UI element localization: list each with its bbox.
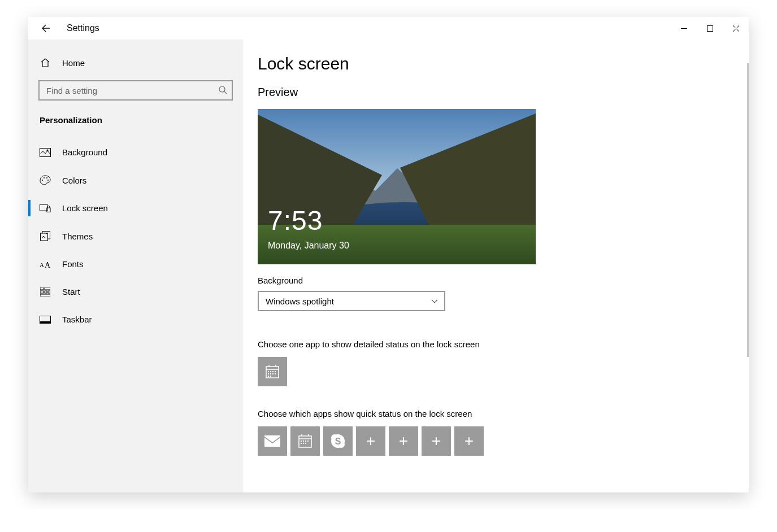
minimize-button[interactable] bbox=[671, 19, 697, 37]
svg-rect-33 bbox=[301, 441, 302, 442]
quick-status-tile-mail[interactable] bbox=[258, 426, 287, 456]
background-dropdown[interactable]: Windows spotlight bbox=[258, 291, 445, 311]
calendar-icon bbox=[298, 434, 312, 448]
close-button[interactable] bbox=[723, 19, 749, 37]
skype-icon: S bbox=[329, 433, 346, 450]
svg-point-4 bbox=[42, 180, 43, 181]
picture-icon bbox=[40, 148, 51, 157]
themes-icon bbox=[40, 231, 51, 241]
mail-icon bbox=[264, 435, 280, 447]
quick-status-tile-skype[interactable]: S bbox=[323, 426, 353, 456]
svg-rect-29 bbox=[275, 373, 276, 374]
fonts-icon: AA bbox=[40, 260, 51, 269]
svg-rect-8 bbox=[40, 204, 47, 211]
sidebar-item-label: Lock screen bbox=[62, 203, 108, 213]
svg-rect-39 bbox=[305, 443, 306, 444]
svg-rect-36 bbox=[307, 441, 309, 442]
sidebar-item-taskbar[interactable]: Taskbar bbox=[28, 306, 243, 333]
svg-rect-14 bbox=[45, 287, 50, 290]
sidebar-item-label: Taskbar bbox=[62, 315, 92, 324]
plus-icon: + bbox=[465, 432, 474, 450]
svg-rect-31 bbox=[270, 376, 271, 377]
detailed-status-app-tile[interactable] bbox=[258, 357, 287, 386]
svg-rect-38 bbox=[303, 443, 304, 444]
svg-rect-37 bbox=[301, 443, 302, 444]
window-title: Settings bbox=[67, 23, 99, 33]
sidebar-home-label: Home bbox=[62, 58, 85, 68]
svg-rect-18 bbox=[40, 294, 50, 296]
svg-rect-23 bbox=[270, 371, 271, 372]
sidebar-item-label: Fonts bbox=[62, 259, 84, 269]
svg-text:S: S bbox=[335, 437, 341, 446]
search-icon bbox=[218, 85, 227, 94]
svg-rect-13 bbox=[40, 287, 44, 290]
plus-icon: + bbox=[432, 432, 441, 450]
background-field-label: Background bbox=[258, 276, 732, 285]
sidebar-home[interactable]: Home bbox=[28, 50, 243, 76]
quick-status-tile-add[interactable]: + bbox=[389, 426, 418, 456]
palette-icon bbox=[40, 175, 51, 185]
svg-rect-25 bbox=[275, 371, 276, 372]
lock-screen-preview[interactable]: 7:53 Monday, January 30 bbox=[258, 109, 536, 264]
detailed-status-label: Choose one app to show detailed status o… bbox=[258, 339, 732, 349]
sidebar-item-background[interactable]: Background bbox=[28, 138, 243, 166]
sidebar-item-start[interactable]: Start bbox=[28, 278, 243, 306]
svg-rect-34 bbox=[303, 441, 304, 442]
minimize-icon bbox=[681, 25, 687, 32]
background-dropdown-value: Windows spotlight bbox=[266, 296, 334, 306]
preview-time: 7:53 bbox=[268, 205, 323, 236]
sidebar-item-fonts[interactable]: AA Fonts bbox=[28, 250, 243, 278]
search-input[interactable] bbox=[38, 80, 233, 101]
svg-rect-28 bbox=[272, 373, 274, 374]
home-icon bbox=[40, 58, 51, 68]
calendar-icon bbox=[265, 364, 280, 379]
svg-rect-16 bbox=[45, 291, 47, 293]
svg-point-7 bbox=[47, 180, 49, 181]
quick-status-label: Choose which apps show quick status on t… bbox=[258, 409, 732, 418]
svg-rect-22 bbox=[268, 371, 269, 372]
chevron-down-icon bbox=[431, 298, 439, 304]
back-button[interactable] bbox=[41, 23, 51, 33]
maximize-icon bbox=[707, 25, 713, 32]
svg-point-5 bbox=[44, 177, 45, 178]
sidebar-item-label: Colors bbox=[62, 176, 86, 185]
svg-rect-20 bbox=[40, 321, 51, 324]
svg-rect-15 bbox=[40, 291, 44, 293]
svg-text:A: A bbox=[40, 261, 44, 268]
sidebar-item-colors[interactable]: Colors bbox=[28, 166, 243, 194]
sidebar-item-label: Start bbox=[62, 287, 80, 296]
quick-status-row: S + + + + bbox=[258, 426, 732, 456]
svg-rect-17 bbox=[48, 291, 50, 293]
start-icon bbox=[40, 287, 51, 296]
quick-status-tile-add[interactable]: + bbox=[454, 426, 484, 456]
svg-rect-26 bbox=[268, 373, 269, 374]
sidebar-item-lock-screen[interactable]: Lock screen bbox=[28, 194, 243, 222]
sidebar-section-label: Personalization bbox=[28, 106, 243, 132]
svg-rect-27 bbox=[270, 373, 271, 374]
svg-rect-0 bbox=[707, 25, 713, 31]
sidebar: Home Personalization Background bbox=[28, 40, 243, 492]
quick-status-tile-add[interactable]: + bbox=[356, 426, 385, 456]
preview-date: Monday, January 30 bbox=[268, 241, 349, 251]
preview-heading: Preview bbox=[258, 86, 732, 99]
quick-status-tile-add[interactable]: + bbox=[422, 426, 451, 456]
svg-rect-30 bbox=[268, 376, 269, 377]
sidebar-item-label: Background bbox=[62, 147, 107, 157]
quick-status-tile-calendar[interactable] bbox=[290, 426, 320, 456]
maximize-button[interactable] bbox=[697, 19, 723, 37]
svg-rect-35 bbox=[305, 441, 306, 442]
svg-point-3 bbox=[47, 149, 49, 151]
scrollbar[interactable] bbox=[747, 40, 749, 492]
svg-rect-24 bbox=[272, 371, 274, 372]
svg-text:A: A bbox=[45, 261, 51, 269]
lock-screen-icon bbox=[40, 204, 51, 213]
sidebar-item-themes[interactable]: Themes bbox=[28, 222, 243, 250]
scrollbar-thumb[interactable] bbox=[747, 63, 749, 357]
window-controls bbox=[671, 19, 749, 37]
svg-point-6 bbox=[46, 177, 47, 178]
settings-window: Settings Home bbox=[28, 17, 749, 492]
page-title: Lock screen bbox=[258, 54, 732, 73]
taskbar-icon bbox=[40, 316, 51, 324]
plus-icon: + bbox=[366, 432, 375, 450]
sidebar-item-label: Themes bbox=[62, 232, 93, 241]
